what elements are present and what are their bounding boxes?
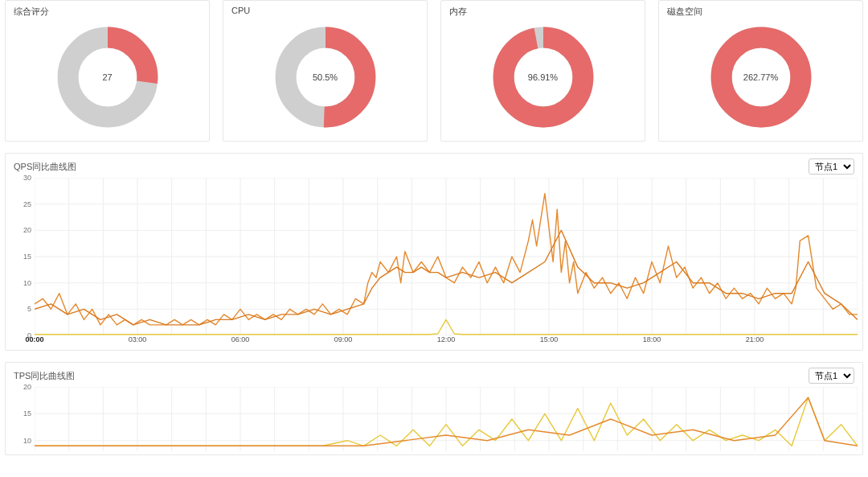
card-title: CPU <box>231 6 419 15</box>
donut-score: 27 <box>55 25 160 130</box>
y-tick: 10 <box>23 437 31 445</box>
y-axis: 101520 <box>10 387 31 451</box>
y-tick: 15 <box>23 409 31 417</box>
card-memory: 内存 96.91% <box>440 0 645 142</box>
donut-disk: 262.77% <box>709 25 813 130</box>
tps-plot <box>35 387 858 451</box>
metric-cards-row: 综合评分 27 CPU 50.5% 内存 96.9 <box>5 0 863 142</box>
panel-title: TPS同比曲线图 <box>14 370 75 382</box>
donut-center-value: 262.77% <box>709 25 813 130</box>
x-tick: 06:00 <box>231 335 250 343</box>
y-tick: 15 <box>23 253 31 261</box>
x-tick: 21:00 <box>746 335 764 343</box>
card-cpu: CPU 50.5% <box>223 0 428 142</box>
y-axis: 051015202530 <box>10 178 31 335</box>
x-tick: 18:00 <box>643 335 661 343</box>
card-title: 内存 <box>449 6 637 18</box>
x-tick: 00:00 <box>25 335 43 343</box>
qps-panel: QPS同比曲线图 节点1 051015202530 00:0003:0006:0… <box>5 153 863 351</box>
node-select[interactable]: 节点1 <box>809 158 854 175</box>
node-select[interactable]: 节点1 <box>809 368 854 384</box>
donut-center-value: 96.91% <box>491 25 596 130</box>
donut-memory: 96.91% <box>491 25 596 130</box>
card-disk: 磁盘空间 262.77% <box>658 0 863 142</box>
x-tick: 15:00 <box>540 335 559 343</box>
card-title: 磁盘空间 <box>667 6 854 18</box>
y-tick: 10 <box>23 279 31 287</box>
x-axis: 00:0003:0006:0009:0012:0015:0018:0021:00 <box>35 335 858 347</box>
y-tick: 30 <box>23 174 31 182</box>
line-chart-svg <box>35 178 858 335</box>
y-tick: 20 <box>23 226 31 234</box>
card-score: 综合评分 27 <box>5 0 210 142</box>
line-chart-svg <box>35 387 858 451</box>
card-title: 综合评分 <box>14 6 201 18</box>
donut-cpu: 50.5% <box>273 25 378 130</box>
x-tick: 09:00 <box>334 335 353 343</box>
panel-title: QPS同比曲线图 <box>14 161 76 173</box>
y-tick: 25 <box>23 200 31 208</box>
donut-center-value: 27 <box>55 25 160 130</box>
x-tick: 12:00 <box>437 335 456 343</box>
y-tick: 5 <box>27 305 31 313</box>
x-tick: 03:00 <box>129 335 147 343</box>
tps-panel: TPS同比曲线图 节点1 101520 <box>5 362 863 455</box>
donut-center-value: 50.5% <box>273 25 378 130</box>
qps-plot <box>35 178 858 335</box>
y-tick: 20 <box>23 383 31 391</box>
